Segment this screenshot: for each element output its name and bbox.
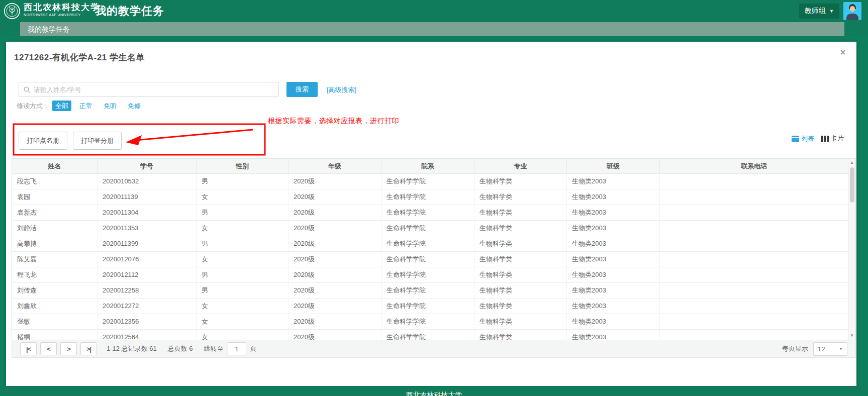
- tab-label: 我的教学任务: [28, 25, 70, 33]
- per-page-label: 每页显示: [782, 344, 808, 353]
- cell-grade: 2020级: [288, 299, 381, 314]
- cell-gender: 男: [197, 283, 288, 299]
- search-input[interactable]: [34, 83, 278, 96]
- view-toggle: 列表 卡片: [792, 134, 844, 143]
- cell-department: 生命科学学院: [381, 330, 474, 340]
- last-page-button[interactable]: >|: [80, 342, 97, 355]
- top-header-bar: 西北农林科技大学 NORTHWEST A&F UNIVERSITY 我的教学任务…: [0, 0, 868, 22]
- list-view-label: 列表: [801, 134, 814, 143]
- column-header-major[interactable]: 专业: [474, 159, 567, 173]
- cell-grade: 2020级: [288, 330, 381, 340]
- cell-phone: [660, 314, 848, 330]
- list-view-button[interactable]: 列表: [792, 134, 814, 143]
- chevron-down-icon: ▼: [839, 347, 843, 351]
- cell-phone: [660, 189, 848, 205]
- cell-student_id: 2020010532: [98, 174, 197, 189]
- cell-gender: 男: [197, 267, 288, 283]
- scroll-up-icon[interactable]: ▲: [848, 159, 855, 166]
- cell-department: 生命科学学院: [381, 189, 474, 205]
- user-avatar[interactable]: [843, 2, 861, 20]
- table-row[interactable]: 刘传森2020012258男2020级生命科学学院生物科学类生物类2003: [12, 283, 848, 299]
- column-header-department[interactable]: 院系: [381, 159, 474, 173]
- cell-class: 生物类2003: [567, 330, 660, 340]
- cell-phone: [660, 174, 848, 189]
- study-mode-option[interactable]: 免听: [101, 101, 120, 111]
- study-mode-label: 修读方式：: [17, 102, 49, 111]
- pagination-bar: |< < > >| 1-12 总记录数 61 总页数 6 跳转至 页 每页显示 …: [12, 340, 856, 358]
- jump-label: 跳转至: [204, 344, 224, 353]
- scrollbar-thumb[interactable]: [850, 167, 854, 203]
- cell-grade: 2020级: [288, 314, 381, 330]
- cell-major: 生物科学类: [474, 221, 567, 236]
- cell-gender: 男: [197, 174, 288, 189]
- cell-gender: 男: [197, 236, 288, 252]
- cell-gender: 女: [197, 330, 288, 340]
- cell-department: 生命科学学院: [381, 221, 474, 236]
- cell-department: 生命科学学院: [381, 174, 474, 189]
- cell-grade: 2020级: [288, 236, 381, 252]
- cell-name: 袁新杰: [12, 205, 98, 221]
- prev-page-button[interactable]: <: [40, 342, 57, 355]
- column-header-name[interactable]: 姓名: [12, 159, 98, 173]
- cell-class: 生物类2003: [567, 174, 660, 189]
- study-mode-option[interactable]: 免修: [125, 101, 144, 111]
- table-row[interactable]: 段志飞2020010532男2020级生命科学学院生物科学类生物类2003: [12, 174, 848, 189]
- table-row[interactable]: 褚桐2020012564女2020级生命科学学院生物科学类生物类2003: [12, 330, 848, 340]
- cell-student_id: 2020012564: [98, 330, 197, 340]
- cell-grade: 2020级: [288, 267, 381, 283]
- table-row[interactable]: 程飞龙2020012112男2020级生命科学学院生物科学类生物类2003: [12, 267, 848, 283]
- cell-student_id: 2020012272: [98, 299, 197, 314]
- per-page-select[interactable]: 12 ▼: [813, 342, 847, 356]
- cell-class: 生物类2003: [567, 299, 660, 314]
- cell-gender: 女: [197, 252, 288, 267]
- column-header-phone[interactable]: 联系电话: [660, 159, 848, 173]
- cell-class: 生物类2003: [567, 283, 660, 299]
- table-row[interactable]: 袁园2020011139女2020级生命科学学院生物科学类生物类2003: [12, 189, 848, 205]
- close-icon[interactable]: ×: [837, 47, 848, 58]
- table-row[interactable]: 高攀博2020011399男2020级生命科学学院生物科学类生物类2003: [12, 236, 848, 252]
- cell-class: 生物类2003: [567, 189, 660, 205]
- cell-major: 生物科学类: [474, 314, 567, 330]
- cell-gender: 女: [197, 314, 288, 330]
- card-view-icon: [821, 136, 829, 142]
- cell-student_id: 2020011139: [98, 189, 197, 205]
- university-name-cn: 西北农林科技大学: [24, 2, 100, 13]
- cell-grade: 2020级: [288, 283, 381, 299]
- first-page-button[interactable]: |<: [20, 342, 37, 355]
- jump-page-input[interactable]: [228, 342, 246, 355]
- table-row[interactable]: 刘静洁2020011353女2020级生命科学学院生物科学类生物类2003: [12, 221, 848, 236]
- avatar-body: [846, 14, 858, 20]
- nav-tab-bar: 我的教学任务: [0, 22, 868, 36]
- column-header-student_id[interactable]: 学号: [98, 159, 197, 173]
- column-header-grade[interactable]: 年级: [288, 159, 381, 173]
- table-row[interactable]: 陈艾嘉2020012076女2020级生命科学学院生物科学类生物类2003: [12, 252, 848, 267]
- cell-phone: [660, 205, 848, 221]
- list-view-icon: [792, 136, 799, 142]
- next-page-button[interactable]: >: [60, 342, 77, 355]
- user-group-menu[interactable]: 教师组 ▼: [799, 4, 839, 19]
- study-mode-option[interactable]: 正常: [76, 101, 95, 111]
- cell-class: 生物类2003: [567, 314, 660, 330]
- column-header-class[interactable]: 班级: [567, 159, 660, 173]
- search-button[interactable]: 搜索: [286, 82, 318, 97]
- cell-department: 生命科学学院: [381, 205, 474, 221]
- table-row[interactable]: 袁新杰2020011304男2020级生命科学学院生物科学类生物类2003: [12, 205, 848, 221]
- study-mode-options: 全部正常免听免修: [52, 102, 149, 111]
- scroll-down-icon[interactable]: ▼: [848, 332, 855, 339]
- advanced-search-link[interactable]: [高级搜索]: [327, 85, 356, 94]
- column-header-gender[interactable]: 性别: [197, 159, 288, 173]
- print-button[interactable]: 打印登分册: [73, 132, 122, 150]
- card-view-button[interactable]: 卡片: [821, 134, 844, 143]
- print-button[interactable]: 打印点名册: [19, 132, 67, 150]
- cell-class: 生物类2003: [567, 252, 660, 267]
- table-row[interactable]: 张敏2020012356女2020级生命科学学院生物科学类生物类2003: [12, 314, 848, 330]
- user-group-label: 教师组: [805, 7, 826, 16]
- study-mode-option[interactable]: 全部: [52, 101, 71, 111]
- cell-student_id: 2020011353: [98, 221, 197, 236]
- table-header-row: 姓名学号性别年级院系专业班级联系电话: [12, 159, 848, 174]
- table-scrollbar[interactable]: ▲ ▼: [848, 159, 855, 340]
- table-row[interactable]: 刘鑫欣2020012272女2020级生命科学学院生物科学类生物类2003: [12, 299, 848, 314]
- tab-my-teaching-tasks[interactable]: 我的教学任务: [20, 22, 844, 36]
- university-name-en: NORTHWEST A&F UNIVERSITY: [24, 13, 100, 17]
- record-range-info: 1-12 总记录数 61: [107, 344, 157, 353]
